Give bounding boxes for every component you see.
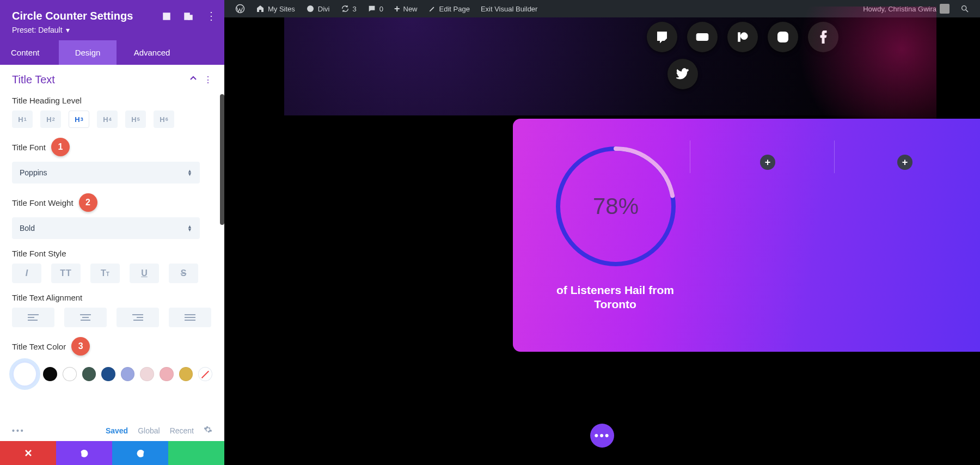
social-twitch[interactable] — [647, 22, 677, 52]
style-uppercase[interactable]: TT — [51, 264, 81, 283]
select-chevron-icon: ▲▼ — [187, 169, 192, 176]
heading-h4[interactable]: H4 — [97, 111, 118, 128]
heading-h5[interactable]: H5 — [125, 111, 146, 128]
heading-h2[interactable]: H2 — [40, 111, 61, 128]
section-title-text[interactable]: Title Text ⋮ — [12, 74, 212, 86]
collapse-icon[interactable] — [189, 75, 197, 85]
align-right[interactable] — [117, 308, 159, 327]
section-title: Title Text — [12, 74, 55, 86]
section-more-icon[interactable]: ⋮ — [204, 75, 212, 85]
swatch-current[interactable] — [12, 361, 38, 387]
ab-howdy-label: Howdy, Christina Gwira — [863, 5, 936, 13]
filter-saved[interactable]: Saved — [106, 426, 128, 435]
ab-new[interactable]: + New — [389, 0, 423, 17]
circle-counter[interactable]: 78% — [553, 144, 678, 269]
swatch-green[interactable] — [82, 367, 96, 381]
align-justify[interactable] — [169, 308, 211, 327]
label-title-text-color: Title Text Color 3 — [12, 337, 212, 356]
redo-button[interactable] — [112, 441, 168, 465]
annotation-3: 3 — [71, 337, 90, 356]
ab-my-sites[interactable]: My Sites — [250, 0, 301, 17]
svg-point-19 — [307, 5, 314, 12]
swatch-none[interactable] — [198, 367, 212, 381]
swatch-blue[interactable] — [101, 367, 115, 381]
heading-h6[interactable]: H6 — [154, 111, 174, 128]
style-underline[interactable]: U — [130, 264, 159, 283]
builder-fab[interactable]: ••• — [590, 424, 614, 448]
ab-new-label: New — [403, 5, 418, 13]
heading-h3[interactable]: H3 — [69, 111, 89, 128]
ab-site[interactable]: Divi — [301, 0, 335, 17]
wp-logo-icon[interactable] — [230, 0, 250, 17]
tab-design[interactable]: Design — [59, 40, 117, 65]
scrollbar-thumb[interactable] — [220, 94, 224, 225]
select-title-font[interactable]: Poppins ▲▼ — [12, 162, 200, 183]
label-title-text-alignment: Title Text Alignment — [12, 293, 212, 302]
label-title-font: Title Font 1 — [12, 138, 212, 156]
ab-search-icon[interactable] — [955, 0, 975, 17]
tab-advanced[interactable]: Advanced — [117, 40, 187, 65]
social-twitter[interactable] — [667, 59, 698, 89]
avatar — [940, 4, 950, 14]
ab-edit-page[interactable]: Edit Page — [423, 0, 475, 17]
swatch-black[interactable] — [43, 367, 57, 381]
social-instagram[interactable] — [768, 22, 798, 52]
style-smallcaps[interactable]: TT — [90, 264, 120, 283]
ab-my-sites-label: My Sites — [268, 5, 295, 13]
gear-icon[interactable] — [204, 425, 212, 436]
swatch-white[interactable] — [63, 367, 77, 381]
ab-howdy[interactable]: Howdy, Christina Gwira — [857, 0, 955, 17]
swatch-pink[interactable] — [160, 367, 174, 381]
select-title-font-weight[interactable]: Bold ▲▼ — [12, 217, 200, 239]
circle-counter-percent: 78% — [553, 144, 678, 269]
responsive-icon[interactable] — [184, 12, 193, 23]
undo-button[interactable] — [56, 441, 112, 465]
panel-body: Title Text ⋮ Title Heading Level H1 H2 H… — [0, 65, 224, 420]
ab-exit-builder[interactable]: Exit Visual Builder — [475, 0, 543, 17]
swatch-blush[interactable] — [140, 367, 154, 381]
select-chevron-icon: ▲▼ — [187, 225, 192, 231]
expand-icon[interactable] — [162, 12, 171, 23]
ab-site-label: Divi — [318, 5, 330, 13]
align-center[interactable] — [64, 308, 107, 327]
heading-h1[interactable]: H1 — [12, 111, 33, 128]
panel-tabs: Content Design Advanced — [0, 40, 224, 65]
filter-recent[interactable]: Recent — [170, 426, 194, 435]
subbar-more-icon[interactable]: ••• — [12, 426, 25, 435]
style-italic[interactable]: I — [12, 264, 41, 283]
svg-rect-24 — [738, 33, 740, 42]
select-title-font-weight-value: Bold — [20, 224, 35, 233]
ab-updates-count: 3 — [353, 5, 357, 13]
ab-comments[interactable]: 0 — [362, 0, 389, 17]
label-heading-level: Title Heading Level — [12, 96, 212, 105]
label-title-font-weight-text: Title Font Weight — [12, 198, 74, 207]
annotation-2: 2 — [79, 193, 97, 212]
more-icon[interactable]: ⋮ — [206, 12, 217, 23]
wp-adminbar: My Sites Divi 3 0 + New Edit Page Exit V… — [224, 0, 980, 17]
label-title-font-style: Title Font Style — [12, 249, 212, 258]
label-title-font-weight: Title Font Weight 2 — [12, 193, 212, 212]
save-button[interactable] — [168, 441, 224, 465]
ab-updates[interactable]: 3 — [335, 0, 362, 17]
social-patreon[interactable] — [727, 22, 758, 52]
ab-edit-label: Edit Page — [439, 5, 470, 13]
heading-level-choices: H1 H2 H3 H4 H5 H6 — [12, 111, 212, 128]
add-module-button[interactable]: + — [897, 155, 912, 170]
swatch-gold[interactable] — [179, 367, 193, 381]
tab-content[interactable]: Content — [0, 40, 59, 65]
svg-line-21 — [966, 10, 968, 12]
font-style-choices: I TT TT U S — [12, 264, 212, 283]
column-divider — [834, 140, 835, 173]
cancel-button[interactable] — [0, 441, 56, 465]
align-left[interactable] — [12, 308, 54, 327]
select-title-font-value: Poppins — [20, 168, 47, 177]
filter-global[interactable]: Global — [138, 426, 160, 435]
style-strikethrough[interactable]: S — [169, 264, 198, 283]
social-facebook[interactable] — [808, 22, 838, 52]
add-module-button[interactable]: + — [760, 155, 775, 170]
social-youtube[interactable] — [687, 22, 718, 52]
text-align-choices — [12, 308, 212, 327]
color-swatches — [12, 361, 212, 387]
swatch-lavender[interactable] — [121, 367, 135, 381]
preset-selector[interactable]: Preset: Default ▾ — [12, 26, 70, 34]
